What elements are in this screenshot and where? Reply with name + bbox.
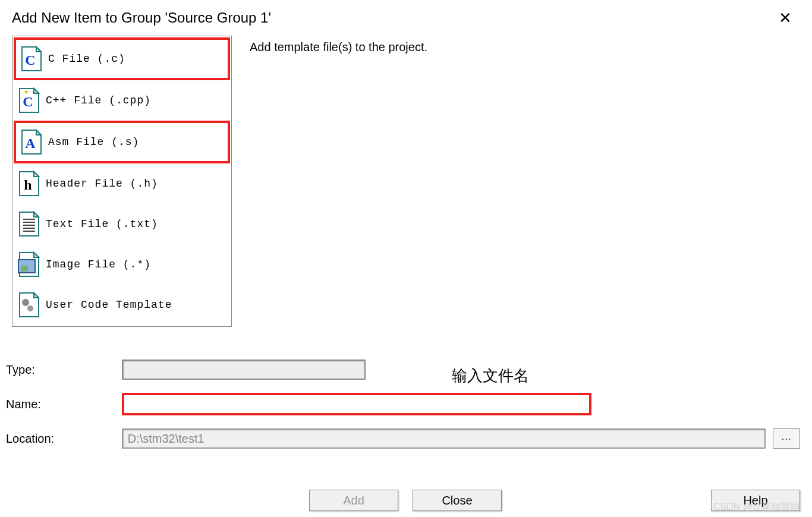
watermark: CSDN @江南烟脓雨: [713, 501, 800, 513]
file-type-item[interactable]: C✦C++ File (.cpp): [14, 80, 230, 121]
svg-rect-11: [21, 266, 28, 272]
browse-button[interactable]: ...: [773, 428, 800, 449]
file-type-label: Header File (.h): [46, 178, 158, 190]
image-file-icon: [17, 251, 41, 278]
text-file-icon: [17, 211, 41, 237]
annotation-input-filename: 输入文件名: [452, 365, 529, 386]
name-label: Name:: [6, 398, 122, 411]
file-type-item[interactable]: User Code Template: [14, 285, 230, 325]
c-file-icon: C✦: [17, 87, 41, 114]
file-type-label: User Code Template: [46, 299, 172, 311]
file-type-label: Asm File (.s): [48, 136, 139, 148]
file-type-label: Text File (.txt): [46, 218, 158, 230]
file-type-item[interactable]: Text File (.txt): [14, 204, 230, 244]
dialog-title: Add New Item to Group 'Source Group 1': [12, 10, 271, 26]
svg-text:A: A: [25, 135, 36, 151]
file-type-item[interactable]: CC File (.c): [14, 37, 230, 80]
close-button[interactable]: Close: [413, 490, 502, 511]
file-type-label: Image File (.*): [46, 258, 151, 270]
file-type-item[interactable]: Image File (.*): [14, 244, 230, 285]
c-file-icon: C: [20, 46, 43, 72]
form-area: Type: Name: Location: ...: [0, 351, 812, 452]
file-type-label: C File (.c): [48, 53, 125, 65]
svg-point-12: [22, 299, 29, 306]
svg-text:h: h: [24, 177, 32, 193]
add-button[interactable]: Add: [309, 490, 398, 511]
svg-text:C: C: [25, 52, 35, 68]
close-icon[interactable]: ✕: [770, 5, 800, 31]
type-label: Type:: [6, 363, 122, 377]
file-type-list[interactable]: CC File (.c)C✦C++ File (.cpp)AAsm File (…: [12, 36, 232, 327]
file-type-item[interactable]: AAsm File (.s): [14, 121, 230, 163]
add-new-item-dialog: Add New Item to Group 'Source Group 1' ✕…: [0, 0, 812, 517]
location-label: Location:: [6, 432, 122, 446]
svg-point-13: [27, 305, 33, 311]
titlebar: Add New Item to Group 'Source Group 1' ✕: [0, 0, 812, 36]
svg-text:✦: ✦: [23, 88, 29, 96]
a-file-icon: A: [20, 129, 43, 155]
location-field: [122, 428, 766, 449]
type-field: [122, 360, 366, 380]
name-field[interactable]: [122, 393, 591, 415]
dialog-content: CC File (.c)C✦C++ File (.cpp)AAsm File (…: [0, 36, 812, 327]
file-type-label: C++ File (.cpp): [46, 94, 151, 106]
file-type-item[interactable]: hHeader File (.h): [14, 163, 230, 204]
h-file-icon: h: [17, 171, 41, 197]
description-text: Add template file(s) to the project.: [250, 36, 427, 327]
user-template-icon: [17, 292, 41, 318]
button-bar: Add Close Help: [0, 484, 812, 517]
